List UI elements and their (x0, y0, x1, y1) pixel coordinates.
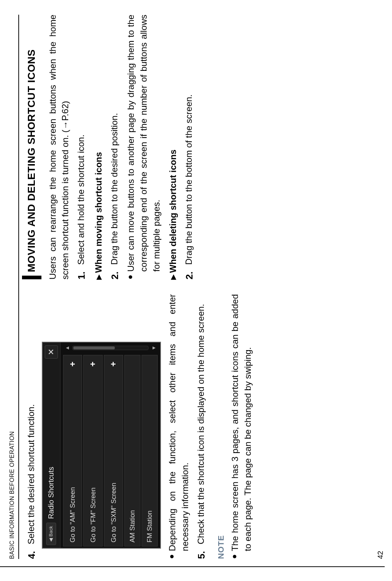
step-5-text: Check that the shortcut icon is displaye… (195, 304, 209, 544)
triangle-icon: ▶ (94, 275, 103, 280)
deleting-label: When deleting shortcut icons (167, 149, 180, 273)
bullet-text: Depending on the function, select other … (166, 294, 192, 551)
list-item[interactable]: Go to "SXM" Screen + (104, 355, 123, 546)
list-item[interactable]: AM Station (124, 355, 140, 546)
triangle-icon: ▶ (168, 275, 178, 280)
list-item-label: Go to "SXM" Screen (109, 369, 118, 542)
list-item-label: FM Station (145, 359, 154, 542)
step-1-text: Select and hold the shortcut icon. (75, 135, 89, 265)
step-5-number: 5. (195, 549, 209, 559)
scroll-track[interactable] (72, 346, 149, 350)
scrollbar[interactable]: ▲ ▼ (61, 342, 161, 353)
plus-icon[interactable]: + (107, 359, 120, 369)
bullet-icon: ● (125, 275, 163, 279)
step-1-number: 1. (75, 269, 89, 280)
step-4-number: 4. (25, 549, 39, 559)
step-2b-text: Drag the button to the bottom of the scr… (183, 94, 197, 265)
bullet-icon: ● (229, 554, 254, 559)
back-label: Back (48, 526, 55, 537)
plus-icon[interactable]: + (66, 359, 79, 369)
left-column: 4. Select the desired shortcut function.… (22, 294, 376, 559)
step-2b-number: 2. (183, 269, 197, 280)
moving-bullet-text: User can move buttons to another page by… (125, 15, 163, 272)
close-icon: ✕ (45, 349, 57, 355)
chevron-up-icon[interactable]: ▲ (62, 345, 72, 351)
margin-rule (0, 566, 385, 567)
section-heading: MOVING AND DELETING SHORTCUT ICONS (22, 15, 41, 280)
right-column: MOVING AND DELETING SHORTCUT ICONS Users… (22, 15, 376, 280)
list-item-label: AM Station (128, 359, 137, 542)
intro-text: Users can rearrange the home screen butt… (47, 15, 72, 280)
chevron-left-icon: ◀ (48, 538, 55, 542)
back-button[interactable]: ◀ Back (46, 523, 56, 545)
running-header: BASIC INFORMATION BEFORE OPERATION (7, 15, 19, 559)
moving-label: When moving shortcut icons (92, 152, 105, 273)
step-2a-text: Drag the button to the desired position. (108, 113, 122, 265)
scroll-thumb[interactable] (73, 346, 115, 349)
note-label: NOTE (215, 294, 227, 559)
page-number: 42 (376, 15, 385, 559)
step-2a-number: 2. (108, 269, 122, 280)
device-title: Radio Shortcuts (46, 362, 56, 519)
note-text: The home screen has 3 pages, and shortcu… (229, 294, 254, 551)
bullet-icon: ● (166, 554, 192, 559)
device-screenshot: ◀ Back Radio Shortcuts ✕ Go to "AM" Scre… (42, 342, 161, 549)
list-item[interactable]: Go to "FM" Screen + (83, 355, 103, 546)
shortcut-list: Go to "AM" Screen + Go to "FM" Screen + … (61, 353, 161, 548)
close-button[interactable]: ✕ (45, 345, 58, 359)
plus-icon[interactable]: + (87, 359, 99, 369)
list-item-label: Go to "AM" Screen (68, 369, 77, 542)
list-item[interactable]: Go to "AM" Screen + (63, 355, 83, 546)
list-item[interactable]: FM Station (142, 355, 158, 546)
step-4-text: Select the desired shortcut function. (25, 404, 39, 544)
chevron-down-icon[interactable]: ▼ (149, 345, 159, 351)
list-item-label: Go to "FM" Screen (88, 369, 98, 542)
